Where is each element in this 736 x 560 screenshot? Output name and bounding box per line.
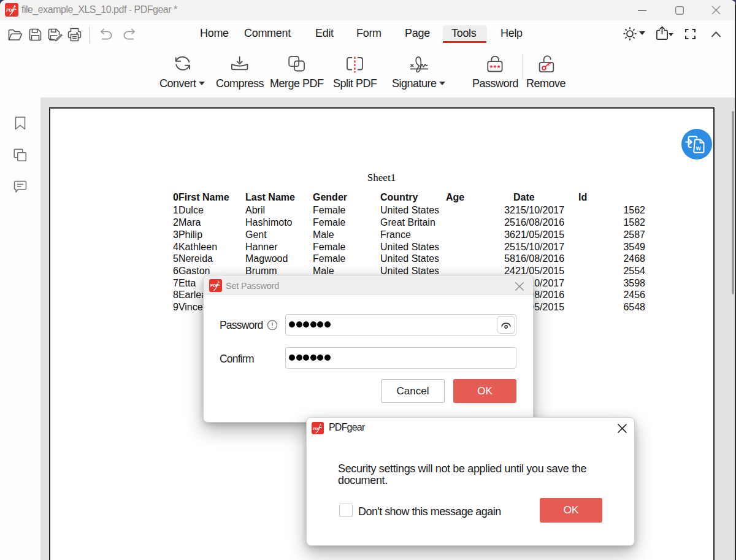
svg-text:w: w — [696, 145, 701, 152]
